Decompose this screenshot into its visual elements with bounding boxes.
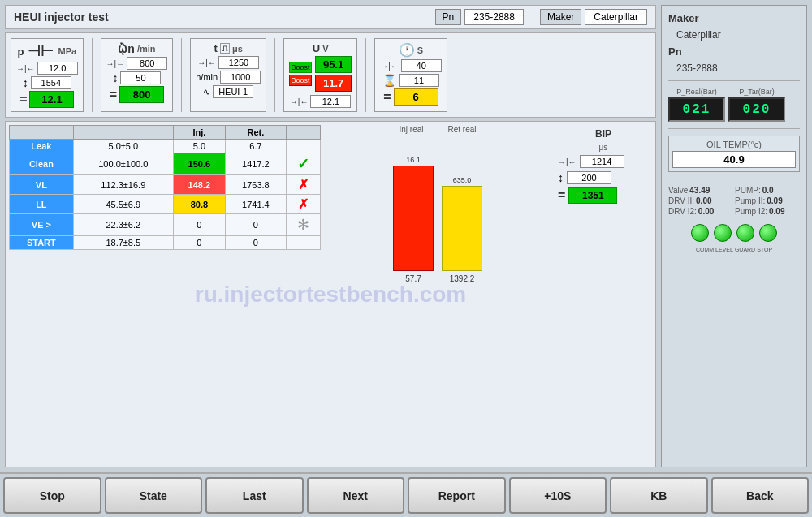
inj-bar-bottom-value: 57.7 bbox=[405, 274, 421, 283]
valve-label: Valve bbox=[668, 186, 688, 195]
pump2-value: 0.09 bbox=[769, 207, 784, 216]
speed-set-value[interactable]: 800 bbox=[127, 57, 167, 70]
speed-unit: /min bbox=[137, 44, 156, 54]
row-start-spec: 18.7±8.5 bbox=[73, 236, 173, 250]
row-start-inj: 0 bbox=[173, 236, 225, 250]
right-maker-value: Caterpillar bbox=[676, 29, 800, 41]
col-spec bbox=[73, 126, 173, 140]
ind-level-label: LEVEL bbox=[715, 247, 733, 252]
voltage-boost-high-icon: Boost bbox=[289, 62, 312, 73]
row-ve-status: ✻ bbox=[286, 214, 320, 236]
speed-vert-icon: ↕ bbox=[112, 71, 118, 84]
pressure-arrow-left: →|← bbox=[16, 64, 35, 73]
bip-vert-icon: ↕ bbox=[558, 171, 564, 184]
voltage-high-value: 95.1 bbox=[315, 56, 352, 73]
row-leak-inj: 5.0 bbox=[173, 140, 225, 153]
time-gauge: t ⎍ μs →|← 1250 n/min 1000 ∿ HEUI-1 bbox=[190, 38, 266, 112]
bip-row1: →|← 1214 bbox=[558, 155, 649, 168]
row-start-ret: 0 bbox=[225, 236, 286, 250]
timer-arrow-left: →|← bbox=[380, 62, 399, 71]
ret-bar-bottom-value: 1392.2 bbox=[450, 274, 475, 283]
drv1-label: DRV II: bbox=[668, 196, 694, 205]
pressure-pipe-icon: ⊣⊢ bbox=[28, 42, 54, 60]
pressure-actual-value: 1554 bbox=[31, 76, 71, 89]
inj-bar: 16.1 bbox=[393, 156, 434, 271]
col-ret: Ret. bbox=[225, 126, 286, 140]
pump2-label: Pump I2: bbox=[735, 207, 767, 216]
ret-bar-wrapper: 635.0 bbox=[442, 141, 482, 271]
bip-arrow1: →|← bbox=[558, 157, 577, 166]
timer-set-value[interactable]: 40 bbox=[401, 59, 442, 72]
bip-unit: μs bbox=[558, 143, 649, 152]
table-row: START 18.7±8.5 0 0 bbox=[10, 236, 321, 250]
pn-label: Pn bbox=[435, 9, 462, 25]
row-clean-spec: 100.0±100.0 bbox=[73, 153, 173, 175]
maker-label: Maker bbox=[540, 9, 581, 25]
timer-gauge: 🕐 S →|← 40 ⌛ 11 = 6 bbox=[374, 38, 447, 112]
voltage-unit: V bbox=[322, 44, 328, 54]
timer-actual-value: 11 bbox=[399, 74, 439, 87]
p-real-display: 021 bbox=[668, 97, 725, 122]
oil-temp-section: OIL TEMP(°c) 40.9 bbox=[668, 136, 800, 172]
time-arrow-left: →|← bbox=[197, 58, 216, 67]
last-button[interactable]: Last bbox=[205, 477, 304, 514]
ind-guard-label: GUARD bbox=[735, 247, 755, 252]
row-start-status bbox=[286, 236, 320, 250]
right-pn-label: Pn bbox=[668, 45, 800, 58]
p-real-label: P_Real(Bar) bbox=[676, 88, 717, 96]
row-start-label: START bbox=[10, 236, 74, 250]
inj-bar-wrapper: 16.1 bbox=[393, 141, 434, 271]
row-clean-inj: 150.6 bbox=[173, 153, 225, 175]
bip-row2: ↕ 200 bbox=[558, 171, 649, 184]
time-set-value[interactable]: 1250 bbox=[218, 56, 259, 69]
timer-equal: = bbox=[383, 90, 391, 105]
pump-label: PUMP: bbox=[735, 186, 761, 195]
row-ve-ret: 0 bbox=[225, 214, 286, 236]
bip-display-value: 1351 bbox=[568, 187, 617, 204]
plus10s-button[interactable]: +10S bbox=[509, 477, 607, 514]
timer-clock-icon: 🕐 bbox=[399, 42, 415, 58]
header-title: HEUI injector test bbox=[14, 11, 419, 24]
pn-value: 235-2888 bbox=[464, 9, 524, 25]
indicator-row bbox=[668, 224, 800, 242]
inj-bar-group: 16.1 57.7 bbox=[393, 141, 434, 283]
ret-bar-top-value: 635.0 bbox=[453, 176, 472, 184]
drv2-value: 0.00 bbox=[698, 207, 714, 216]
row-ve-spec: 22.3±6.2 bbox=[73, 214, 173, 236]
pressure-gauge: p ⊣⊢ MPa →|← 12.0 ↕ 1554 = 12.1 bbox=[11, 38, 84, 112]
row-vl-spec: 112.3±16.9 bbox=[73, 175, 173, 195]
back-button[interactable]: Back bbox=[711, 477, 810, 514]
voltage-set-value[interactable]: 12.1 bbox=[310, 95, 351, 108]
kb-button[interactable]: KB bbox=[610, 477, 708, 514]
drv1-value: 0.00 bbox=[696, 196, 711, 205]
side-val-drv2: DRV I2: 0.00 bbox=[668, 207, 733, 216]
table-row: VL 112.3±16.9 148.2 1763.8 ✗ bbox=[10, 175, 321, 195]
right-pn-value: 235-2888 bbox=[676, 62, 800, 74]
timer-unit: S bbox=[417, 45, 423, 55]
right-panel: Maker Caterpillar Pn 235-2888 P_Real(Bar… bbox=[661, 5, 807, 467]
pressure-set-value[interactable]: 12.0 bbox=[37, 62, 78, 75]
side-val-pump2: Pump I2: 0.09 bbox=[735, 207, 800, 216]
voltage-low-value: 11.7 bbox=[315, 75, 352, 92]
right-maker-label: Maker bbox=[668, 12, 800, 24]
table-row: Leak 5.0±5.0 5.0 6.7 bbox=[10, 140, 321, 153]
bottom-toolbar: Stop State Last Next Report +10S KB Back bbox=[0, 472, 812, 517]
inj-bar-top-value: 16.1 bbox=[406, 156, 421, 164]
gauge-section: p ⊣⊢ MPa →|← 12.0 ↕ 1554 = 12.1 bbox=[5, 32, 656, 118]
voltage-boost-low-icon: Boost bbox=[289, 75, 312, 86]
state-button[interactable]: State bbox=[105, 477, 203, 514]
inj-real-label: Inj real bbox=[399, 125, 423, 134]
timer-display-value: 6 bbox=[394, 88, 438, 106]
header-bar: HEUI injector test Pn 235-2888 Maker Cat… bbox=[5, 5, 656, 29]
side-values-grid: Valve 43.49 PUMP: 0.0 DRV II: 0.00 Pump … bbox=[668, 186, 800, 216]
indicator-labels: COMM LEVEL GUARD STOP bbox=[668, 247, 800, 252]
pump1-label: Pump II: bbox=[735, 196, 765, 205]
next-button[interactable]: Next bbox=[307, 477, 405, 514]
report-button[interactable]: Report bbox=[408, 477, 506, 514]
row-ll-label: LL bbox=[10, 195, 74, 214]
ind-comm-label: COMM bbox=[696, 247, 714, 252]
voltage-symbol: U bbox=[313, 42, 320, 54]
stop-button[interactable]: Stop bbox=[3, 477, 102, 514]
bar-chart-area: Inj real Ret real 16.1 57.7 bbox=[324, 125, 551, 463]
voltage-arrow: →|← bbox=[290, 97, 309, 106]
